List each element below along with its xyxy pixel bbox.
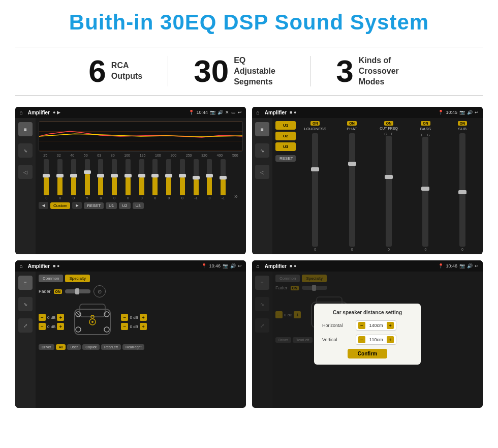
sliders-row: 0 0 [39,159,243,200]
app-title-2: Amplifier [265,110,287,115]
slider-track[interactable] [44,159,49,195]
eq-u1-button[interactable]: U1 [106,202,117,209]
slider-col: 0 [180,159,185,200]
fader-horizontal-slider[interactable] [65,289,90,293]
eq-custom-button[interactable]: Custom [50,202,71,209]
slider-col: 0 [126,159,131,200]
btn-driver[interactable]: Driver [39,344,54,350]
slider-track[interactable] [152,159,158,195]
db-plus-rr[interactable]: + [140,323,147,330]
wave-icon-3[interactable]: ∿ [18,297,33,311]
horizontal-plus[interactable]: + [387,322,394,329]
sub-slider[interactable] [459,133,465,247]
eq-icon[interactable]: ≡ [18,122,33,136]
slider-track[interactable] [126,159,131,195]
db-value-fl: 0 dB [47,315,55,320]
db-minus-rl[interactable]: − [39,323,46,330]
cutfreq-slider[interactable] [386,136,392,247]
speaker-icon-2[interactable]: ◁ [255,165,269,179]
slider-track[interactable] [194,159,199,195]
status-bar-2: ⌂ Amplifier ■ ● 📍 10:45 📷 🔊 ↩ [252,107,483,118]
slider-track[interactable] [57,159,63,195]
stat-crossover-number: 3 [336,55,353,87]
vertical-minus[interactable]: − [358,336,365,343]
wave-icon-2[interactable]: ∿ [255,143,269,158]
preset-u3[interactable]: U3 [275,142,296,151]
wave-icon[interactable]: ∿ [18,143,33,158]
location-icon: 📍 [189,110,194,115]
slider-track[interactable] [98,159,103,195]
eq-u3-button[interactable]: U3 [133,202,144,209]
camera-icon: 📷 [210,110,215,115]
bass-slider[interactable] [422,137,428,247]
page-title: Buith-in 30EQ DSP Sound System [15,10,483,35]
tab-common[interactable]: Common [39,275,63,282]
slider-track[interactable] [207,159,212,195]
camera-icon-4: 📷 [459,263,465,268]
crossover-channels: ON LOUDNESS 0 ON [298,121,480,251]
crossover-main-area: U1 U2 U3 RESET ON LOUDNESS [272,118,483,254]
status-bar-3: ⌂ Amplifier ■ ● 📍 10:46 📷 🔊 ↩ [15,260,246,272]
slider-track[interactable] [166,159,171,195]
vertical-plus[interactable]: + [387,336,394,343]
eq-main-area: 25 32 40 50 63 80 100 125 160 200 250 32… [36,118,246,254]
left-sidebar-4: ≡ ∿ ⤢ [252,272,272,408]
freq-labels: 25 32 40 50 63 80 100 125 160 200 250 32… [39,154,243,157]
slider-track[interactable] [180,159,185,195]
slider-track[interactable] [71,159,76,195]
db-minus-fl[interactable]: − [39,314,46,321]
channel-phat: ON PHAT 0 [334,121,369,251]
btn-copilot[interactable]: Copilot [82,344,100,350]
horizontal-minus[interactable]: − [358,322,365,329]
btn-all[interactable]: All [56,344,66,350]
fader-main-area: Common Specialty Fader ON ⊙ [36,272,246,408]
db-minus-fr[interactable]: − [121,314,128,321]
back-icon-4: ↩ [475,263,479,268]
volume-icon-4: 🔊 [467,263,473,268]
eq-icon-2[interactable]: ≡ [255,122,269,136]
btn-user[interactable]: User [67,344,81,350]
volume-icon-2: 🔊 [467,110,473,115]
db-plus-fr[interactable]: + [140,314,147,321]
stats-row: 6 RCA Outputs 30 EQ Adjustable Segments … [15,47,483,96]
speaker-icon[interactable]: ◁ [18,165,33,179]
fader-knob[interactable]: ⊙ [94,285,106,297]
confirm-button[interactable]: Confirm [348,349,387,359]
db-plus-fl[interactable]: + [57,314,64,321]
eq-reset-button[interactable]: RESET [84,202,104,209]
expand-icon-3[interactable]: ⤢ [18,318,33,333]
eq-prev-button[interactable]: ◄ [39,202,48,209]
slider-col: 0 [152,159,158,200]
phat-slider[interactable] [349,133,355,247]
channel-sub: ON SUB 0 [445,121,480,251]
dialog-title: Car speaker distance setting [322,310,413,315]
db-plus-rl[interactable]: + [57,323,64,330]
crossover-reset[interactable]: RESET [275,155,296,162]
eq-next-button[interactable]: ► [72,202,82,209]
eq-u2-button[interactable]: U2 [119,202,130,209]
slider-track[interactable] [85,159,90,195]
eq-graph [39,121,243,152]
volume-icon-3: 🔊 [230,263,236,268]
fader-tabs: Common Specialty [39,275,243,282]
preset-u2[interactable]: U2 [275,132,296,140]
screen-distance: ⌂ Amplifier ■ ● 📍 10:46 📷 🔊 ↩ ≡ ∿ ⤢ [252,260,483,408]
tab-specialty[interactable]: Specialty [65,275,89,282]
bass-header: ON BASS [420,121,431,131]
speaker-grid: − 0 dB + − 0 dB + [39,302,243,342]
slider-track[interactable] [139,159,144,195]
slider-track[interactable] [221,159,226,195]
preset-u1[interactable]: U1 [275,121,296,130]
status-bar-4: ⌂ Amplifier ■ ● 📍 10:46 📷 🔊 ↩ [252,260,483,272]
sub-header: ON SUB [458,121,468,131]
btn-rearleft[interactable]: RearLeft [101,344,121,350]
left-channels: − 0 dB + − 0 dB + [39,314,64,330]
eq-icon-3[interactable]: ≡ [18,276,33,290]
home-icon-4: ⌂ [256,263,260,269]
home-icon-3: ⌂ [19,263,23,269]
btn-rearright[interactable]: RearRight [122,344,145,350]
slider-track[interactable] [112,159,117,195]
loudness-slider[interactable] [312,133,318,247]
db-minus-rr[interactable]: − [121,323,128,330]
vertical-label: Vertical [322,337,353,342]
